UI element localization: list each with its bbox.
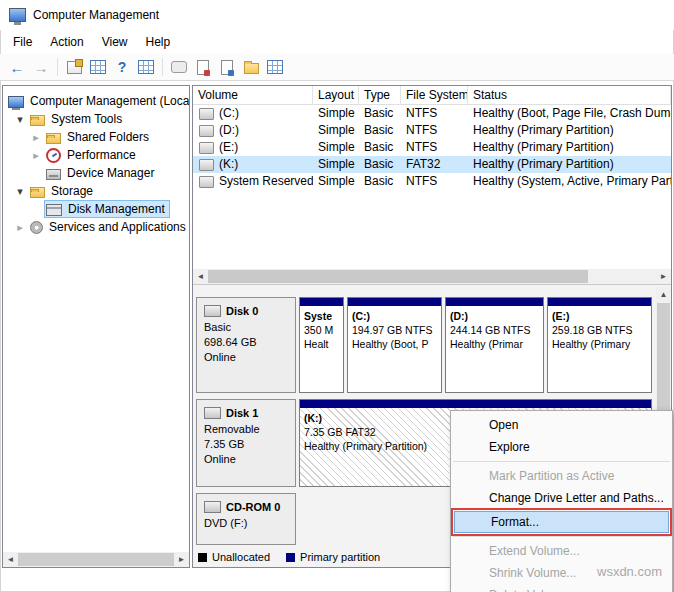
unallocated-swatch [198, 553, 207, 562]
tree-item-label: Disk Management [68, 202, 165, 216]
expand-arrow-icon[interactable] [27, 131, 45, 144]
computer-icon [8, 96, 24, 108]
scroll-up-icon[interactable]: ▲ [656, 287, 671, 302]
tree-item-label: Device Manager [67, 166, 154, 180]
menu-help[interactable]: Help [137, 32, 180, 52]
performance-icon [46, 148, 61, 163]
tree-item-shared-folders[interactable]: Shared Folders [3, 128, 189, 146]
tree-item-system-tools[interactable]: System Tools [3, 110, 189, 128]
partition-e[interactable]: (E:) 259.18 GB NTFS Healthy (Primary [547, 297, 652, 393]
primary-partition-band [446, 298, 543, 306]
partition-d[interactable]: (D:) 244.14 GB NTFS Healthy (Primar [445, 297, 544, 393]
action-pane-icon[interactable] [169, 57, 189, 77]
expand-arrow-icon[interactable] [11, 221, 29, 234]
menu-item-delete-volume: Delete Volume... [453, 584, 670, 592]
window-title: Computer Management [33, 8, 159, 22]
tree-item-label: Shared Folders [67, 130, 149, 144]
disk0-partitions: Syste 350 M Healt (C:) 194.97 GB NTFS He… [299, 297, 652, 393]
forward-icon[interactable]: → [31, 57, 51, 77]
toolbar: ← → ? [0, 54, 674, 81]
view-doc-icon[interactable] [217, 57, 237, 77]
cdrom-header[interactable]: CD-ROM 0 DVD (F:) [196, 493, 296, 545]
console-tree-pane: Computer Management (Local System Tools … [2, 85, 190, 568]
primary-partition-band [548, 298, 651, 306]
primary-partition-band [300, 400, 651, 408]
refresh-doc-icon[interactable] [193, 57, 213, 77]
menu-separator [453, 461, 670, 462]
legend: Unallocated Primary partition [198, 551, 380, 563]
tree-item-label: Storage [51, 184, 93, 198]
tree-item-storage[interactable]: Storage [3, 182, 189, 200]
services-icon [30, 221, 43, 234]
partition-c[interactable]: (C:) 194.97 GB NTFS Healthy (Boot, P [347, 297, 442, 393]
disk0-row: Disk 0 Basic 698.64 GB Online Syste 350 … [196, 297, 652, 393]
storage-folder-icon [30, 187, 45, 198]
device-manager-icon [46, 169, 61, 180]
menu-file[interactable]: File [4, 32, 41, 52]
primary-partition-swatch [286, 553, 295, 562]
menu-view[interactable]: View [93, 32, 137, 52]
tree-item-computer-management[interactable]: Computer Management (Local [3, 92, 189, 110]
cdrom-row: CD-ROM 0 DVD (F:) [196, 493, 296, 545]
properties-icon[interactable] [136, 57, 156, 77]
scroll-left-icon[interactable]: ◄ [193, 269, 208, 284]
menu-item-explore[interactable]: Explore [453, 436, 670, 458]
tree-item-performance[interactable]: Performance [3, 146, 189, 164]
back-icon[interactable]: ← [7, 57, 27, 77]
menu-action[interactable]: Action [41, 32, 92, 52]
drive-icon [199, 125, 214, 137]
shared-folder-icon [46, 133, 61, 144]
column-header-layout[interactable]: Layout [313, 86, 359, 105]
legend-primary-partition: Primary partition [286, 551, 380, 563]
menu-item-extend-volume: Extend Volume... [453, 540, 670, 562]
tree-item-disk-management[interactable]: Disk Management [3, 200, 189, 218]
tree-horizontal-scrollbar[interactable]: ◄ ► [3, 552, 189, 567]
volume-list-pane: Volume Layout Type File System Status (C… [193, 86, 671, 285]
disk0-header[interactable]: Disk 0 Basic 698.64 GB Online [196, 297, 296, 393]
expand-arrow-icon[interactable] [27, 149, 45, 162]
menu-item-mark-partition-as-active: Mark Partition as Active [453, 465, 670, 487]
scroll-right-icon[interactable]: ► [656, 269, 671, 284]
volume-horizontal-scrollbar[interactable]: ◄ ► [193, 269, 671, 284]
scrollbar-thumb[interactable] [18, 553, 174, 566]
title-bar: Computer Management [0, 0, 674, 30]
expand-arrow-icon[interactable] [11, 113, 29, 126]
menu-item-format[interactable]: Format... [454, 511, 669, 533]
grid-view-icon[interactable] [265, 57, 285, 77]
scroll-right-icon[interactable]: ► [174, 552, 189, 567]
partition-system-reserved[interactable]: Syste 350 M Healt [299, 297, 344, 393]
primary-partition-band [300, 298, 343, 306]
column-header-type[interactable]: Type [359, 86, 401, 105]
tree-item-device-manager[interactable]: Device Manager [3, 164, 189, 182]
scroll-left-icon[interactable]: ◄ [3, 552, 18, 567]
menu-item-change-drive-letter-and-paths[interactable]: Change Drive Letter and Paths... [453, 487, 670, 509]
disk-icon [204, 305, 221, 317]
show-console-tree-icon[interactable] [88, 57, 108, 77]
tree-item-label: Performance [67, 148, 136, 162]
primary-partition-band [348, 298, 441, 306]
column-header-file-system[interactable]: File System [401, 86, 468, 105]
console-tree: Computer Management (Local System Tools … [3, 86, 189, 236]
column-header-volume[interactable]: Volume [193, 86, 313, 105]
scrollbar-thumb[interactable] [208, 270, 588, 283]
cdrom-icon [204, 501, 221, 513]
tree-item-label: Services and Applications [49, 220, 186, 234]
open-folder-icon[interactable] [241, 57, 261, 77]
menu-bar: File Action View Help [0, 30, 674, 54]
menu-item-open[interactable]: Open [453, 414, 670, 436]
export-list-icon[interactable] [64, 57, 84, 77]
tree-item-services-and-applications[interactable]: Services and Applications [3, 218, 189, 236]
help-icon[interactable]: ? [112, 57, 132, 77]
column-header-status[interactable]: Status [468, 86, 671, 105]
menu-separator [453, 536, 670, 537]
computer-management-icon [9, 8, 26, 22]
drive-icon [199, 108, 214, 120]
disk-management-icon [46, 204, 62, 216]
disk1-header[interactable]: Disk 1 Removable 7.35 GB Online [196, 399, 296, 487]
toolbar-separator [57, 58, 58, 76]
expand-arrow-icon[interactable] [11, 185, 29, 198]
disk-icon [204, 407, 221, 419]
tree-item-label: System Tools [51, 112, 122, 126]
volume-list: Volume Layout Type File System Status (C… [193, 86, 671, 190]
drive-icon [199, 142, 214, 154]
